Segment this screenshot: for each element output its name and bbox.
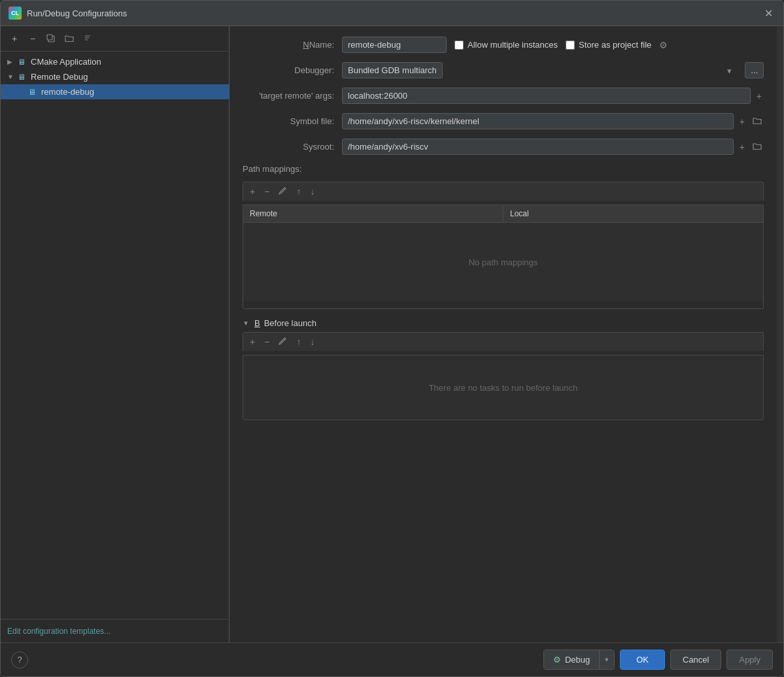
- local-col-header: Local: [503, 205, 763, 222]
- dialog-title: Run/Debug Configurations: [27, 8, 127, 18]
- tree-item-remote-debug[interactable]: 🖥 remote-debug: [1, 84, 229, 99]
- target-args-row: 'target remote' args: +: [243, 88, 764, 104]
- launch-add-button[interactable]: +: [247, 335, 258, 348]
- name-label: NName:: [243, 40, 334, 50]
- close-button[interactable]: ✕: [761, 6, 775, 20]
- path-edit-button[interactable]: [276, 185, 290, 198]
- left-footer: Edit configuration templates...: [1, 619, 229, 642]
- path-mappings-empty: No path mappings: [243, 223, 763, 301]
- target-args-input-group: +: [342, 88, 764, 104]
- store-project-checkbox[interactable]: [566, 41, 575, 50]
- symbol-file-folder-button[interactable]: [751, 114, 764, 129]
- debugger-label: Debugger:: [243, 65, 334, 75]
- right-scrollbar[interactable]: [777, 26, 783, 642]
- sort-config-button[interactable]: [80, 31, 95, 46]
- run-debug-dialog: CL Run/Debug Configurations ✕ + −: [0, 0, 784, 677]
- ok-button[interactable]: OK: [620, 650, 665, 670]
- path-remove-button[interactable]: −: [262, 185, 272, 198]
- path-mappings-label: Path mappings:: [243, 164, 764, 174]
- path-mappings-table: Remote Local No path mappings: [243, 205, 764, 309]
- name-row: NName: Allow multiple instances Store as…: [243, 37, 764, 53]
- launch-down-button[interactable]: ↓: [307, 335, 317, 348]
- config-tree: ▶ 🖥 CMake Application ▼ 🖥 Remote Debug 🖥…: [1, 52, 229, 619]
- debugger-more-button[interactable]: ...: [745, 62, 764, 78]
- bottom-actions: ⚙ Debug ▾ OK Cancel Apply: [543, 650, 773, 670]
- left-panel: + −: [1, 26, 230, 642]
- title-bar-left: CL Run/Debug Configurations: [9, 7, 127, 20]
- cancel-button[interactable]: Cancel: [670, 650, 721, 670]
- path-mappings-section: Path mappings: + − ↑ ↓ Remote Local: [243, 164, 764, 309]
- tree-item-remote-debug-group[interactable]: ▼ 🖥 Remote Debug: [1, 69, 229, 84]
- allow-multiple-label[interactable]: Allow multiple instances: [454, 40, 558, 50]
- before-launch-section: ▼ BBefore launch + − ↑ ↓ There are no ta…: [243, 318, 764, 420]
- symbol-file-label: Symbol file:: [243, 116, 334, 126]
- apply-button[interactable]: Apply: [726, 650, 773, 670]
- name-input[interactable]: [342, 37, 447, 53]
- allow-multiple-checkbox[interactable]: [454, 41, 464, 50]
- launch-up-button[interactable]: ↑: [294, 335, 303, 348]
- before-launch-chevron-icon[interactable]: ▼: [243, 320, 250, 327]
- settings-icon: ⚙: [659, 40, 668, 50]
- right-panel: NName: Allow multiple instances Store as…: [230, 26, 777, 642]
- path-down-button[interactable]: ↓: [307, 185, 317, 198]
- symbol-file-row: Symbol file: +: [243, 113, 764, 129]
- launch-remove-button[interactable]: −: [262, 335, 272, 348]
- debugger-dropdown-wrapper: Bundled GDB multiarch: [342, 62, 737, 78]
- left-toolbar: + −: [1, 26, 229, 52]
- symbol-file-input[interactable]: [342, 113, 734, 129]
- before-launch-empty: There are no tasks to run before launch: [243, 355, 764, 420]
- title-bar: CL Run/Debug Configurations ✕: [1, 1, 783, 26]
- debug-main-button[interactable]: ⚙ Debug: [544, 650, 599, 669]
- bottom-bar: ? ⚙ Debug ▾ OK Cancel Apply: [1, 642, 783, 676]
- remote-debug-group-icon: 🖥: [18, 73, 26, 82]
- before-launch-toolbar: + − ↑ ↓: [243, 332, 764, 351]
- sysroot-label: Sysroot:: [243, 142, 334, 152]
- remote-debug-chevron-icon: ▼: [7, 73, 15, 80]
- debug-gear-icon: ⚙: [553, 655, 561, 665]
- debugger-dropdown[interactable]: Bundled GDB multiarch: [342, 62, 443, 78]
- cmake-node-icon: 🖥: [18, 58, 26, 67]
- remote-debug-item-icon: 🖥: [28, 88, 36, 97]
- path-add-button[interactable]: +: [247, 185, 258, 198]
- tree-item-cmake[interactable]: ▶ 🖥 CMake Application: [1, 54, 229, 69]
- sysroot-input[interactable]: [342, 139, 734, 155]
- symbol-file-input-group: +: [342, 113, 764, 129]
- store-project-label[interactable]: Store as project file: [566, 40, 651, 50]
- path-mappings-toolbar: + − ↑ ↓: [243, 182, 764, 201]
- debugger-row: Debugger: Bundled GDB multiarch ...: [243, 62, 764, 78]
- edit-templates-link[interactable]: Edit configuration templates...: [7, 627, 111, 636]
- before-launch-title: ▼ BBefore launch: [243, 318, 764, 328]
- debug-dropdown-button[interactable]: ▾: [599, 650, 614, 669]
- remote-debug-group-label: Remote Debug: [31, 72, 88, 82]
- target-args-label: 'target remote' args:: [243, 91, 334, 101]
- path-up-button[interactable]: ↑: [294, 185, 303, 198]
- remove-config-button[interactable]: −: [26, 31, 40, 46]
- remote-debug-item-label: remote-debug: [41, 87, 94, 97]
- debug-button-group: ⚙ Debug ▾: [543, 650, 615, 670]
- cmake-chevron-icon: ▶: [7, 58, 15, 65]
- cmake-label: CMake Application: [31, 57, 101, 67]
- main-content: + −: [1, 26, 783, 642]
- remote-col-header: Remote: [243, 205, 503, 222]
- path-mappings-header: Remote Local: [243, 205, 763, 223]
- folder-config-button[interactable]: [62, 31, 77, 46]
- sysroot-add-button[interactable]: +: [738, 140, 747, 154]
- sysroot-folder-button[interactable]: [751, 140, 764, 154]
- svg-rect-1: [47, 35, 52, 40]
- target-args-input[interactable]: [342, 88, 751, 104]
- symbol-file-add-button[interactable]: +: [738, 114, 747, 129]
- sysroot-row: Sysroot: +: [243, 139, 764, 155]
- help-button[interactable]: ?: [11, 652, 28, 669]
- copy-config-button[interactable]: [44, 31, 58, 46]
- add-config-button[interactable]: +: [7, 31, 22, 46]
- sysroot-input-group: +: [342, 139, 764, 155]
- target-args-add-button[interactable]: +: [755, 89, 764, 103]
- launch-edit-button[interactable]: [276, 335, 290, 348]
- app-icon: CL: [9, 7, 22, 20]
